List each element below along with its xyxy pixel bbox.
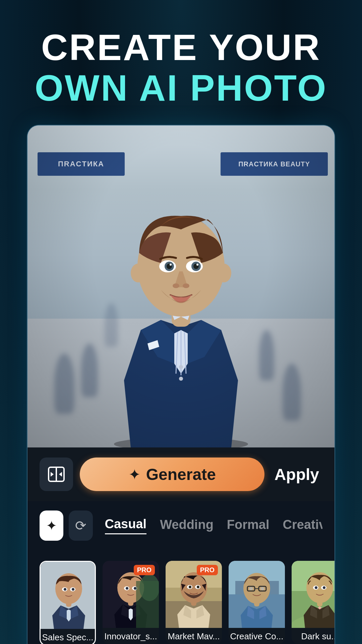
svg-point-47 <box>189 586 191 588</box>
style-thumb-creative-co[interactable]: Creative Co... <box>229 561 285 644</box>
pro-badge-2: PRO <box>134 565 155 575</box>
photo-vignette <box>27 125 335 447</box>
svg-marker-23 <box>59 472 62 477</box>
style-tool-icon: ✦ <box>46 518 57 533</box>
controls-bar: ✦ Generate Apply <box>27 447 335 501</box>
photo-area: ПRACТИКА ПRACТИКА BEAUTY <box>27 125 335 447</box>
svg-point-39 <box>139 574 159 601</box>
style-thumbnails: Sales Spec... <box>27 555 335 644</box>
style-thumb-dark-suit[interactable]: Dark su... <box>292 561 335 644</box>
svg-point-30 <box>72 588 74 591</box>
apply-button[interactable]: Apply <box>271 465 322 484</box>
thumb-label-4: Creative Co... <box>229 628 285 644</box>
thumb-img-5 <box>292 561 335 628</box>
style-selector: ✦ ⟳ Casual Wedding Formal Creative Profe… <box>27 501 335 555</box>
svg-point-37 <box>134 587 136 590</box>
svg-point-57 <box>249 587 253 590</box>
svg-marker-22 <box>51 472 54 477</box>
page-container: CREATE YOUR OWN AI PHOTO ПRACТИКА ПRACТИ… <box>0 0 362 644</box>
header-section: CREATE YOUR OWN AI PHOTO <box>0 0 362 125</box>
header-line2: OWN AI PHOTO <box>13 67 349 108</box>
style-tool-button[interactable]: ✦ <box>40 511 63 541</box>
photo-scene: ПRACТИКА ПRACТИКА BEAUTY <box>27 125 335 447</box>
tab-wedding[interactable]: Wedding <box>160 518 214 534</box>
thumb-label-3: Market Mav... <box>166 628 222 644</box>
style-thumb-market-mav[interactable]: PRO Market Mav... <box>166 561 222 644</box>
thumb-img-1 <box>41 562 96 629</box>
compare-icon <box>47 465 65 483</box>
tab-formal[interactable]: Formal <box>227 518 269 534</box>
header-line1: CREATE YOUR <box>13 27 349 67</box>
svg-point-67 <box>323 586 325 589</box>
generate-label: Generate <box>146 465 216 484</box>
style-thumb-innovator[interactable]: PRO Innovator_s... <box>103 561 159 644</box>
svg-point-29 <box>64 588 66 591</box>
main-card: ПRACТИКА ПRACТИКА BEAUTY <box>27 125 335 644</box>
svg-point-58 <box>260 587 264 590</box>
pro-badge-3: PRO <box>197 565 218 575</box>
svg-point-48 <box>197 586 199 588</box>
svg-point-66 <box>315 586 317 589</box>
tab-creative[interactable]: Creative Profe... <box>283 518 322 534</box>
tab-casual[interactable]: Casual <box>105 517 147 534</box>
generate-button[interactable]: ✦ Generate <box>80 458 264 491</box>
thumb-label-5: Dark su... <box>292 628 335 644</box>
rotate-tool-icon: ⟳ <box>75 518 86 533</box>
thumb-img-4 <box>229 561 285 628</box>
style-thumb-sales-spec[interactable]: Sales Spec... <box>40 561 96 644</box>
thumb-label-2: Innovator_s... <box>103 628 159 644</box>
compare-button[interactable] <box>40 458 73 491</box>
tool-icons-row: ✦ ⟳ Casual Wedding Formal Creative Profe… <box>40 511 322 541</box>
category-tabs: Casual Wedding Formal Creative Profe... <box>105 511 323 541</box>
rotate-tool-button[interactable]: ⟳ <box>69 511 93 541</box>
svg-point-36 <box>126 587 128 590</box>
generate-star-icon: ✦ <box>128 466 141 483</box>
thumb-label-1: Sales Spec... <box>41 629 95 644</box>
